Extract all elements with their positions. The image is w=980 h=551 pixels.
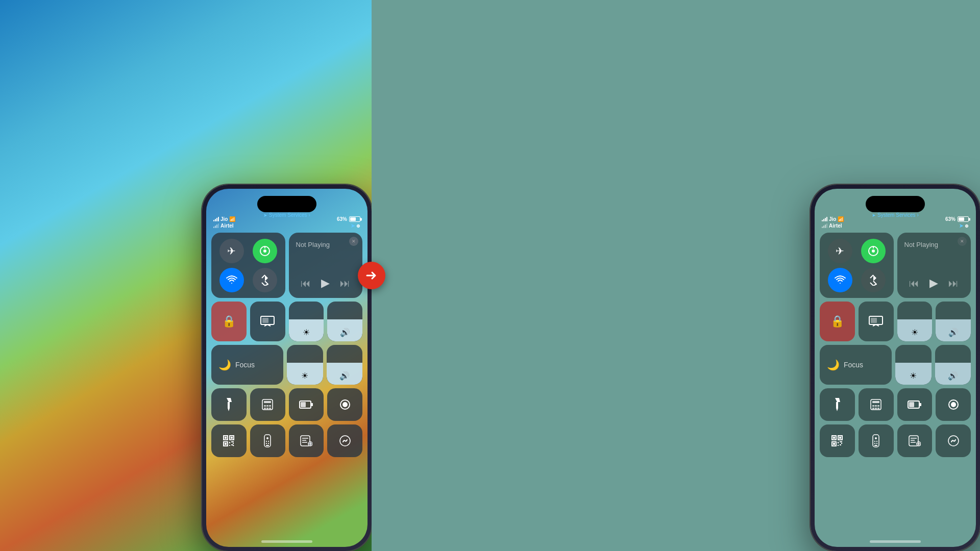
lock-rotation-btn-left[interactable]: 🔒: [211, 302, 247, 341]
calculator-btn-right[interactable]: [859, 388, 894, 421]
cellular-btn-left[interactable]: [253, 239, 277, 263]
wifi-btn-left[interactable]: [219, 268, 244, 292]
calculator-btn-left[interactable]: [250, 388, 285, 421]
location-bar-left: ➤ System Services ›: [263, 212, 310, 218]
svg-rect-83: [876, 441, 877, 442]
carrier1-label: Jio: [220, 216, 228, 222]
svg-point-49: [872, 249, 875, 253]
svg-line-51: [870, 275, 873, 278]
svg-line-3: [262, 275, 265, 278]
flashlight-btn-right[interactable]: [820, 388, 855, 421]
airplane-btn-right[interactable]: ✈: [828, 239, 852, 263]
qr-scanner-btn-left[interactable]: [211, 424, 247, 457]
screen-mirror-btn-left[interactable]: [250, 302, 285, 341]
flashlight-btn-left[interactable]: [211, 388, 247, 421]
battery-percent: 63%: [337, 216, 347, 222]
media-controls-left: ⏮ ▶ ⏭: [296, 277, 356, 292]
home-indicator-left: [261, 540, 312, 543]
svg-rect-84: [874, 443, 875, 444]
svg-line-52: [870, 283, 873, 286]
wifi-icon-right: 📶: [838, 216, 844, 222]
svg-rect-24: [225, 437, 227, 439]
screen-mirror-btn-right[interactable]: [859, 302, 894, 341]
location-text-right: System Services: [877, 212, 915, 218]
svg-rect-63: [877, 408, 879, 409]
dynamic-island: [257, 196, 316, 212]
brightness-btn2-left[interactable]: ☀: [287, 345, 323, 385]
svg-rect-65: [909, 402, 914, 407]
battery-right: 63%: [945, 216, 955, 222]
volume-slider-left[interactable]: 🔊: [327, 302, 362, 341]
lock-rotation-btn-right[interactable]: 🔒: [820, 302, 855, 341]
location-bar-right: ➤ System Services ›: [872, 212, 919, 218]
close-btn-right[interactable]: ✕: [958, 237, 967, 246]
focus-btn-left[interactable]: 🌙 Focus: [211, 345, 283, 385]
svg-rect-13: [264, 408, 266, 409]
svg-line-4: [262, 283, 265, 286]
brightness-slider-right[interactable]: ☀: [897, 302, 933, 341]
left-phone: Jio 📶 Airtel: [202, 185, 372, 551]
brightness-slider-left[interactable]: ☀: [289, 302, 324, 341]
location-icon-right2: ⊕: [965, 223, 969, 229]
forward-btn-right[interactable]: ⏭: [948, 278, 959, 289]
bluetooth-btn-right[interactable]: [861, 268, 886, 292]
connectivity-tile-right: ✈: [820, 233, 894, 298]
quick-note-btn-left[interactable]: [289, 424, 324, 457]
svg-rect-73: [839, 437, 841, 439]
svg-rect-39: [266, 445, 269, 446]
focus-btn-right[interactable]: 🌙 Focus: [820, 345, 892, 385]
low-power-btn-right[interactable]: [897, 388, 933, 421]
airplane-btn-left[interactable]: ✈: [219, 239, 244, 263]
forward-btn-left[interactable]: ⏭: [340, 278, 350, 289]
now-playing-tile-left: ✕ Not Playing ⏮ ▶ ⏭: [289, 233, 363, 298]
brightness-btn2-right[interactable]: ☀: [895, 345, 932, 385]
svg-rect-62: [875, 408, 877, 409]
rewind-btn-right[interactable]: ⏮: [909, 278, 919, 289]
transition-arrow: [358, 262, 385, 289]
shazam-btn-left[interactable]: [327, 424, 362, 457]
control-center-right: ✈ ✕ N: [820, 233, 971, 457]
volume-slider-right[interactable]: 🔊: [936, 302, 971, 341]
wifi-icon: 📶: [229, 216, 235, 222]
carrier1-right: Jio: [829, 216, 836, 222]
svg-rect-18: [311, 403, 313, 406]
rewind-btn-left[interactable]: ⏮: [301, 278, 311, 289]
quick-note-btn-right[interactable]: [897, 424, 933, 457]
svg-rect-10: [264, 405, 266, 407]
volume-btn2-left[interactable]: 🔊: [327, 345, 363, 385]
remote-btn-right[interactable]: [859, 424, 894, 457]
svg-rect-85: [876, 443, 877, 444]
location-icon-right: ⊕: [356, 223, 360, 229]
low-power-btn-left[interactable]: [289, 388, 324, 421]
bluetooth-btn-left[interactable]: [253, 268, 277, 292]
status-bar-right: Jio 📶 Airtel: [822, 216, 969, 229]
dynamic-island-right: [866, 196, 925, 212]
svg-rect-6: [262, 318, 268, 323]
svg-point-20: [342, 402, 348, 407]
play-btn-right[interactable]: ▶: [929, 277, 938, 290]
connectivity-tile-left: ✈: [211, 233, 285, 298]
location-text-left: System Services: [269, 212, 307, 218]
play-btn-left[interactable]: ▶: [321, 277, 330, 290]
svg-rect-14: [266, 408, 268, 409]
svg-point-1: [263, 249, 266, 253]
control-center-left: ✈ ✕: [211, 233, 362, 457]
svg-rect-15: [269, 408, 271, 409]
qr-scanner-btn-right[interactable]: [820, 424, 855, 457]
close-btn-left[interactable]: ✕: [349, 237, 358, 246]
svg-rect-54: [871, 318, 877, 323]
remote-btn-left[interactable]: [250, 424, 285, 457]
svg-point-34: [266, 437, 268, 439]
cellular-btn-right[interactable]: [861, 239, 886, 263]
right-phone: Jio 📶 Airtel: [811, 185, 980, 551]
carrier2-right: Airtel: [829, 223, 842, 229]
shazam-btn-right[interactable]: [936, 424, 971, 457]
wifi-btn-right[interactable]: [828, 268, 852, 292]
screen-record-btn-left[interactable]: [327, 388, 362, 421]
volume-btn2-right[interactable]: 🔊: [935, 345, 971, 385]
svg-rect-25: [231, 437, 233, 439]
not-playing-label-right: Not Playing: [904, 241, 964, 248]
screen-record-btn-right[interactable]: [936, 388, 971, 421]
svg-rect-72: [833, 437, 835, 439]
status-bar: Jio 📶 Airtel: [213, 216, 360, 229]
